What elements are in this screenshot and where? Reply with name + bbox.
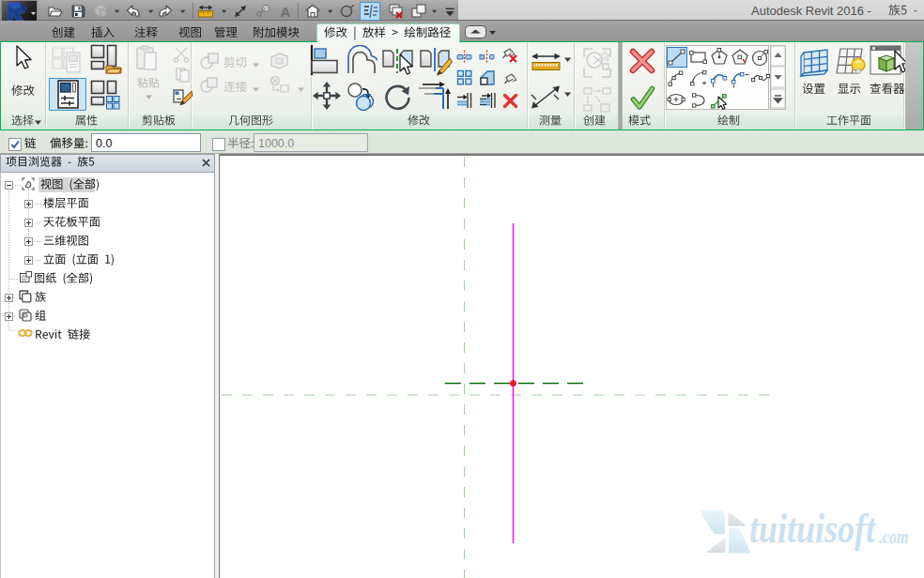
svg-text:.com: .com xyxy=(879,526,909,547)
svg-text:tuituisoft: tuituisoft xyxy=(749,505,876,552)
svg-text:A: A xyxy=(281,4,291,20)
